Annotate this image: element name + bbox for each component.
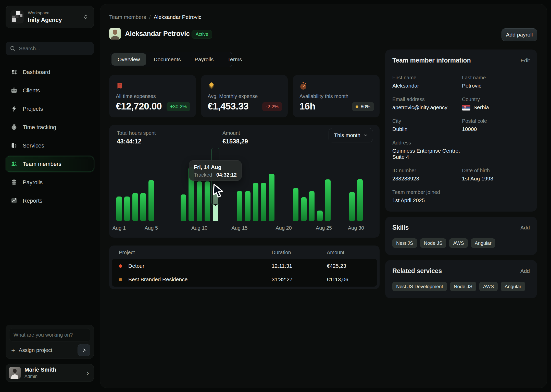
column-duration: Duration bbox=[272, 250, 327, 255]
x-axis-label: Aug 5 bbox=[145, 225, 158, 231]
tag-chip: Nest JS Development bbox=[392, 282, 447, 291]
user-name: Marie Smith bbox=[24, 366, 56, 373]
tag-chip: Angular bbox=[501, 282, 525, 291]
serbia-flag-icon bbox=[462, 105, 470, 111]
sidebar-item-label: Clients bbox=[23, 87, 40, 94]
info-field: CountrySerbia bbox=[462, 96, 530, 111]
tab-payrolls[interactable]: Payrolls bbox=[189, 53, 220, 66]
tag-chip: Node JS bbox=[450, 282, 476, 291]
sidebar-item-reports[interactable]: Reports bbox=[6, 193, 94, 209]
info-row: ID number238283923Date of birth1st Aug 1… bbox=[392, 168, 530, 182]
sidebar-item-team-members[interactable]: Team members bbox=[6, 156, 94, 172]
add-service-button[interactable]: Add bbox=[520, 268, 530, 274]
info-field: CityDublin bbox=[392, 118, 462, 132]
info-row: Email addressapetrovic@inity.agencyCount… bbox=[392, 96, 530, 111]
tab-overview[interactable]: Overview bbox=[111, 53, 146, 66]
info-row: CityDublinPostal cole10000 bbox=[392, 118, 530, 132]
amount-label: Amount bbox=[222, 130, 240, 136]
tag-chip: AWS bbox=[449, 238, 468, 248]
current-user-card[interactable]: Marie Smith Admin › bbox=[6, 364, 94, 382]
bar[interactable] bbox=[124, 197, 130, 221]
tab-terms[interactable]: Terms bbox=[221, 53, 248, 66]
bar[interactable] bbox=[148, 180, 154, 221]
edit-button[interactable]: Edit bbox=[521, 57, 530, 64]
sidebar-item-projects[interactable]: Projects bbox=[6, 101, 94, 117]
bar[interactable] bbox=[269, 174, 274, 221]
chevron-right-icon: › bbox=[86, 369, 89, 377]
working-on-input[interactable] bbox=[9, 328, 90, 341]
info-field: Last namePetrović bbox=[462, 75, 530, 89]
bar[interactable] bbox=[237, 191, 242, 221]
workspace-switcher[interactable]: Workspace Inity Agency bbox=[6, 6, 94, 28]
start-timer-button[interactable] bbox=[78, 344, 90, 356]
bar[interactable] bbox=[325, 179, 331, 221]
receipt-icon bbox=[115, 82, 190, 90]
page-title: Aleksandar Petrovic bbox=[125, 30, 190, 38]
bar[interactable] bbox=[293, 188, 298, 221]
breadcrumb-team-members[interactable]: Team members bbox=[109, 14, 146, 20]
table-row[interactable]: Best Branded Residence31:32:27€1113,06 bbox=[119, 273, 377, 286]
column-amount: Amount bbox=[327, 250, 380, 255]
bar[interactable] bbox=[181, 194, 186, 221]
add-skill-button[interactable]: Add bbox=[520, 225, 530, 231]
field-value: Petrović bbox=[462, 83, 530, 89]
sidebar-item-services[interactable]: Services bbox=[6, 138, 94, 153]
sidebar-item-clients[interactable]: Clients bbox=[6, 83, 94, 98]
chart-icon bbox=[10, 197, 18, 205]
sidebar-item-label: Reports bbox=[23, 198, 42, 204]
services-icon bbox=[10, 142, 18, 150]
play-icon bbox=[81, 347, 87, 353]
project-name: Best Branded Residence bbox=[128, 276, 187, 283]
search-input[interactable] bbox=[19, 45, 90, 52]
right-column: Team member information Edit First nameA… bbox=[385, 50, 537, 298]
tooltip-value: 04:32:12 bbox=[216, 172, 237, 178]
add-payroll-button[interactable]: Add payroll bbox=[502, 28, 537, 41]
bar[interactable] bbox=[309, 191, 315, 221]
coins-icon bbox=[10, 179, 18, 186]
info-field: First nameAleksandar bbox=[392, 75, 462, 89]
user-role: Admin bbox=[24, 374, 56, 379]
field-label: Address bbox=[392, 140, 462, 146]
member-avatar bbox=[109, 28, 121, 40]
bar[interactable] bbox=[197, 181, 202, 221]
bar[interactable] bbox=[140, 193, 146, 221]
search-box[interactable] bbox=[6, 42, 94, 55]
field-value: 1st April 2025 bbox=[392, 197, 462, 203]
info-row: AddressGuinness Enterprise Centre, Suite… bbox=[392, 140, 530, 160]
stat-value: 16h bbox=[299, 101, 315, 112]
stat-delta-badge: +30,2% bbox=[167, 102, 190, 111]
team-member-information-card: Team member information Edit First nameA… bbox=[385, 50, 537, 212]
tab-documents[interactable]: Documents bbox=[148, 53, 187, 66]
project-cell: Detour bbox=[119, 263, 272, 269]
bar[interactable] bbox=[116, 197, 122, 221]
assign-project-button[interactable]: Assign project bbox=[19, 347, 74, 353]
field-value: 10000 bbox=[462, 126, 530, 132]
field-label: Postal cole bbox=[462, 118, 530, 124]
field-label: Country bbox=[462, 96, 530, 102]
duration-cell: 12:11:31 bbox=[272, 263, 327, 269]
total-hours-value: 43:44:12 bbox=[117, 138, 141, 145]
bar[interactable] bbox=[301, 197, 307, 221]
sidebar-item-label: Time tracking bbox=[23, 124, 56, 131]
sidebar-item-dashboard[interactable]: Dashboard bbox=[6, 64, 94, 80]
table-row[interactable]: Detour12:11:31€425,23 bbox=[119, 260, 377, 272]
field-value: apetrovic@inity.agency bbox=[392, 104, 462, 111]
date-range-selector[interactable]: This month bbox=[329, 128, 373, 142]
avatar bbox=[9, 367, 21, 379]
bar[interactable] bbox=[317, 211, 323, 221]
bar[interactable] bbox=[261, 183, 266, 221]
breadcrumb: Team members / Aleksandar Petrovic bbox=[109, 14, 201, 20]
bar[interactable] bbox=[132, 193, 138, 221]
bar[interactable] bbox=[245, 191, 251, 221]
bar[interactable] bbox=[349, 192, 355, 221]
section-title: Skills bbox=[392, 224, 409, 231]
bar[interactable] bbox=[357, 179, 363, 221]
sidebar-item-payrolls[interactable]: Payrolls bbox=[6, 175, 94, 190]
assign-project-card: + Assign project bbox=[6, 325, 94, 359]
bar[interactable] bbox=[253, 183, 258, 221]
field-label: ID number bbox=[392, 168, 462, 174]
info-row: First nameAleksandarLast namePetrović bbox=[392, 75, 530, 89]
sidebar-item-time-tracking[interactable]: Time tracking bbox=[6, 119, 94, 135]
info-field: AddressGuinness Enterprise Centre, Suite… bbox=[392, 140, 462, 160]
bar[interactable] bbox=[205, 181, 210, 221]
